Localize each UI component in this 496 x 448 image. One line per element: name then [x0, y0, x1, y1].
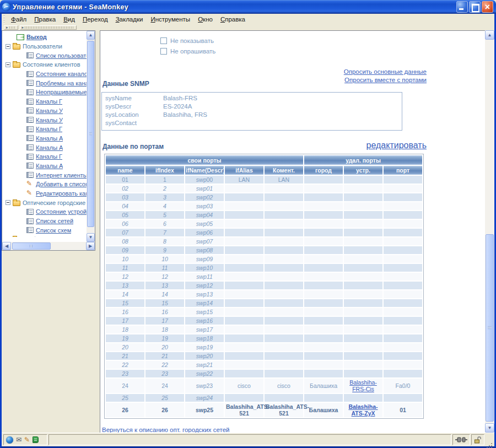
- sidebar-item[interactable]: Неопрашиваемые к: [2, 88, 87, 97]
- sidebar-item[interactable]: Пользователи: [2, 42, 87, 51]
- sidebar-item[interactable]: Каналы У: [2, 115, 87, 125]
- sidebar-item-label[interactable]: Каналы Г: [36, 98, 62, 105]
- toolbar-grippy-1[interactable]: [4, 25, 18, 30]
- pane-splitter[interactable]: [95, 30, 100, 433]
- scroll-thumb[interactable]: [87, 41, 94, 227]
- port-cell: [225, 308, 263, 316]
- sidebar-item-label[interactable]: Список сетей: [36, 218, 73, 224]
- scroll-down-arrow[interactable]: ▼: [87, 233, 95, 242]
- sidebar-horizontal-scrollbar[interactable]: ◀ ▶: [2, 242, 95, 250]
- mail-icon[interactable]: ✉: [16, 436, 21, 444]
- maximize-button[interactable]: [469, 1, 481, 13]
- collapse-icon[interactable]: [6, 62, 10, 67]
- addressbook-icon[interactable]: [33, 436, 39, 443]
- resize-grip[interactable]: [486, 434, 493, 445]
- sidebar-item-label[interactable]: Каналы А: [36, 163, 63, 169]
- port-cell: 8: [145, 238, 184, 245]
- sidebar-item-label[interactable]: Интернет клиенты: [36, 172, 87, 179]
- sidebar-item[interactable]: Состояние каналов: [2, 69, 87, 79]
- sidebar-item[interactable]: Каналы А: [2, 134, 87, 143]
- scroll-left-arrow[interactable]: ◀: [2, 242, 11, 250]
- sidebar-item-label[interactable]: Добавить в список к: [36, 181, 87, 187]
- sidebar-item[interactable]: Каналы Г: [2, 152, 87, 161]
- back-to-networks-link[interactable]: Вернуться к описанию опт. городских сете…: [102, 427, 229, 433]
- scroll-up-arrow[interactable]: ▲: [485, 30, 494, 40]
- menu-item[interactable]: Окно: [194, 15, 217, 24]
- sidebar-item-label[interactable]: Проблемы на канал: [36, 80, 87, 87]
- sidebar-item-label[interactable]: Состояние каналов: [36, 71, 87, 77]
- scroll-track[interactable]: [11, 242, 86, 250]
- titlebar[interactable]: Управление сетями - SeaMonkey: [0, 0, 496, 14]
- sidebar-item[interactable]: Список пользовател: [2, 51, 87, 60]
- menu-item[interactable]: Вид: [60, 15, 79, 24]
- sidebar-item-label[interactable]: Выход: [26, 34, 47, 40]
- sidebar-item[interactable]: "Информационная сист: [2, 235, 87, 237]
- sidebar-item[interactable]: Каналы А: [2, 143, 87, 152]
- sidebar-item-label[interactable]: Каналы Г: [36, 153, 62, 160]
- poll-with-ports-link[interactable]: Опросить вместе с портами: [344, 77, 427, 83]
- device-link[interactable]: Balashiha-ATS-ZyX: [348, 403, 378, 417]
- no-poll-checkbox[interactable]: [160, 48, 167, 55]
- sidebar-item[interactable]: Проблемы на канал: [2, 78, 87, 88]
- sidebar-item-label[interactable]: Список схем: [36, 227, 71, 234]
- sidebar-item-label[interactable]: Список пользовател: [36, 52, 87, 59]
- list-icon: [26, 154, 34, 160]
- toolbar-grippy-2[interactable]: [20, 25, 77, 30]
- composer-icon[interactable]: ✎: [24, 436, 30, 444]
- sidebar-vertical-scrollbar[interactable]: ▲ ▼: [87, 31, 95, 242]
- menu-item[interactable]: Инструменты: [147, 15, 194, 24]
- sidebar-item[interactable]: Добавить в список к: [2, 180, 87, 189]
- sidebar-item[interactable]: Список схем: [2, 225, 87, 235]
- sidebar-item-label[interactable]: Неопрашиваемые к: [36, 89, 87, 95]
- sidebar-item-label[interactable]: Редактировать кана: [36, 190, 87, 197]
- sidebar-item-label[interactable]: Состояние устройст: [36, 208, 87, 215]
- scroll-right-arrow[interactable]: ▶: [86, 242, 95, 250]
- menu-item[interactable]: Файл: [7, 15, 30, 24]
- sidebar-item[interactable]: Состояние клиентов: [2, 60, 87, 69]
- hide-checkbox[interactable]: [160, 37, 167, 44]
- sidebar-item-label[interactable]: Каналы Г: [36, 126, 62, 132]
- main-vertical-scrollbar[interactable]: ▲ ▼: [485, 30, 494, 433]
- device-link[interactable]: Balashiha-FRS-Cis: [349, 379, 377, 392]
- scroll-down-arrow[interactable]: ▼: [485, 423, 494, 433]
- scroll-up-arrow[interactable]: ▲: [87, 31, 95, 40]
- port-cell: 25: [145, 394, 184, 402]
- sidebar-item[interactable]: Оптические городские: [2, 198, 87, 207]
- port-row: 099swp08: [106, 246, 422, 254]
- sidebar-item[interactable]: Список сетей: [2, 217, 87, 226]
- menu-item[interactable]: Справка: [217, 15, 249, 24]
- minimize-button[interactable]: [456, 1, 468, 13]
- edit-link[interactable]: редактировать: [366, 141, 427, 150]
- collapse-icon[interactable]: [6, 200, 10, 205]
- menu-item[interactable]: Правка: [30, 15, 60, 24]
- column-header: порт: [384, 166, 422, 175]
- sidebar-item[interactable]: Редактировать кана: [2, 189, 87, 198]
- sidebar-item[interactable]: Каналы Г: [2, 125, 87, 134]
- port-cell: [304, 299, 343, 307]
- port-cell: [384, 238, 422, 245]
- online-status-section[interactable]: [452, 434, 470, 445]
- scroll-track[interactable]: [485, 40, 494, 423]
- sidebar-item[interactable]: Каналы Г: [2, 97, 87, 106]
- port-row: 033swp02: [106, 193, 422, 201]
- menu-item[interactable]: Переход: [79, 15, 112, 24]
- scroll-thumb[interactable]: [486, 234, 494, 422]
- poll-basic-link[interactable]: Опросить основные данные: [344, 68, 427, 75]
- scroll-thumb[interactable]: [12, 242, 51, 250]
- menu-item[interactable]: Закладки: [112, 15, 147, 24]
- sidebar-item-label[interactable]: Каналы У: [36, 107, 63, 114]
- sidebar-item-label[interactable]: Каналы У: [36, 117, 63, 123]
- scroll-track[interactable]: [87, 40, 95, 233]
- navigator-icon[interactable]: [6, 436, 13, 444]
- sidebar-tree: ВыходПользователиСписок пользователСосто…: [2, 31, 87, 237]
- close-button[interactable]: [482, 1, 493, 13]
- security-section[interactable]: [471, 434, 484, 445]
- sidebar-item-label[interactable]: Каналы А: [36, 144, 63, 151]
- sidebar-item[interactable]: Каналы У: [2, 106, 87, 116]
- sidebar-item-label[interactable]: Каналы А: [36, 135, 63, 142]
- sidebar-item[interactable]: Каналы А: [2, 161, 87, 171]
- sidebar-item[interactable]: Интернет клиенты: [2, 170, 87, 180]
- sidebar-item[interactable]: Выход: [2, 33, 87, 42]
- sidebar-item[interactable]: Состояние устройст: [2, 207, 87, 217]
- collapse-icon[interactable]: [6, 44, 10, 49]
